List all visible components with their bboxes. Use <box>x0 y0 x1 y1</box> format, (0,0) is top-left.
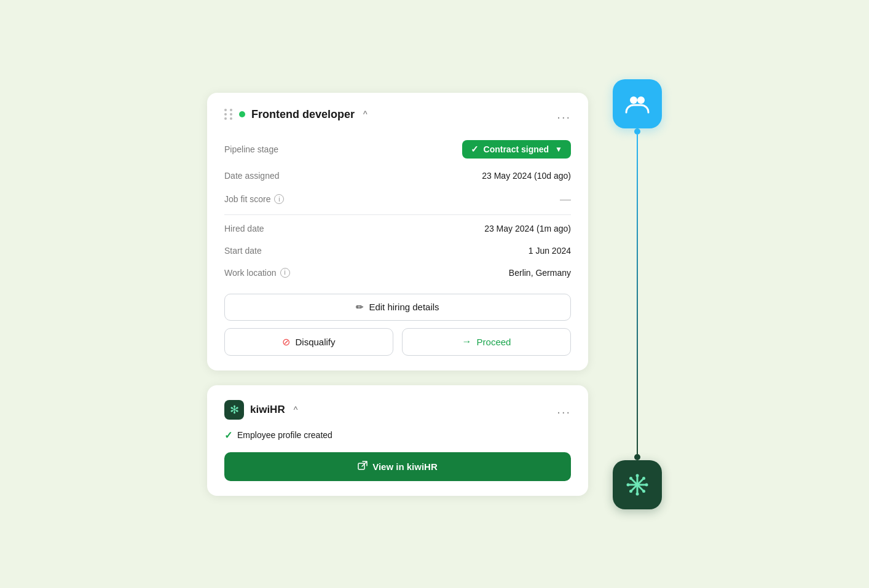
status-dot-active <box>239 111 245 117</box>
kiwi-check-icon: ✓ <box>224 429 232 441</box>
work-location-value: Berlin, Germany <box>509 268 571 278</box>
job-fit-info-icon[interactable]: i <box>274 194 284 204</box>
start-date-value: 1 Jun 2024 <box>529 246 571 256</box>
connector-section <box>613 79 662 509</box>
start-date-row: Start date 1 Jun 2024 <box>224 240 571 262</box>
job-fit-score-label: Job fit score i <box>224 194 284 204</box>
disqualify-icon: ⊘ <box>282 336 290 348</box>
kiwi-title: kiwiHR <box>250 404 285 416</box>
hired-date-label: Hired date <box>224 224 264 233</box>
edit-hiring-details-button[interactable]: ✏ Edit hiring details <box>224 294 571 321</box>
proceed-button[interactable]: → Proceed <box>402 328 571 356</box>
svg-point-14 <box>629 490 632 493</box>
proceed-button-label: Proceed <box>477 337 511 347</box>
drag-dot <box>230 109 232 111</box>
action-buttons-row: ⊘ Disqualify → Proceed <box>224 328 571 356</box>
kiwi-header-left: ✻ kiwiHR ^ <box>224 400 297 420</box>
disqualify-button-label: Disqualify <box>295 337 335 347</box>
frontend-developer-card: Frontend developer ^ ... Pipeline stage … <box>207 93 588 370</box>
top-app-icon <box>613 79 662 128</box>
work-location-info-icon[interactable]: i <box>280 268 290 278</box>
date-assigned-value: 23 May 2024 (10d ago) <box>482 171 571 181</box>
drag-dot <box>224 109 227 111</box>
kiwi-status-row: ✓ Employee profile created <box>224 429 571 441</box>
drag-dot <box>230 117 232 120</box>
start-date-label: Start date <box>224 246 262 256</box>
kiwi-logo-icon: ✻ <box>230 403 239 417</box>
svg-point-7 <box>636 474 639 477</box>
svg-point-12 <box>642 490 645 493</box>
job-fit-score-value: — <box>560 193 571 206</box>
card-header: Frontend developer ^ ... <box>224 108 571 122</box>
kiwi-logo: ✻ <box>224 400 244 420</box>
svg-point-8 <box>636 492 639 495</box>
date-assigned-row: Date assigned 23 May 2024 (10d ago) <box>224 165 571 187</box>
hired-date-value: 23 May 2024 (1m ago) <box>484 224 571 233</box>
kiwi-header: ✻ kiwiHR ^ ... <box>224 400 571 420</box>
job-fit-score-row: Job fit score i — <box>224 187 571 212</box>
edit-button-label: Edit hiring details <box>369 302 439 312</box>
svg-point-11 <box>629 477 632 480</box>
external-link-icon <box>358 461 368 472</box>
bottom-app-icon <box>613 460 662 509</box>
work-location-label: Work location i <box>224 268 290 278</box>
svg-point-10 <box>645 483 648 486</box>
badge-check-icon: ✓ <box>471 144 479 155</box>
work-location-row: Work location i Berlin, Germany <box>224 262 571 284</box>
svg-point-2 <box>637 96 645 104</box>
more-options-icon[interactable]: ... <box>557 108 571 122</box>
pipeline-stage-row: Pipeline stage ✓ Contract signed ▼ <box>224 134 571 165</box>
actions-section: ✏ Edit hiring details ⊘ Disqualify → Pro… <box>224 294 571 356</box>
svg-point-1 <box>630 96 637 104</box>
pipeline-badge[interactable]: ✓ Contract signed ▼ <box>462 140 571 159</box>
date-assigned-label: Date assigned <box>224 171 280 181</box>
chevron-up-icon[interactable]: ^ <box>363 109 368 119</box>
section-divider <box>224 214 571 215</box>
main-container: Frontend developer ^ ... Pipeline stage … <box>207 79 662 509</box>
svg-point-9 <box>627 483 630 486</box>
edit-icon: ✏ <box>356 302 364 313</box>
card-header-left: Frontend developer ^ <box>224 108 368 121</box>
svg-point-13 <box>642 477 645 480</box>
drag-dot <box>224 117 227 120</box>
cards-column: Frontend developer ^ ... Pipeline stage … <box>207 93 588 496</box>
kiwi-hr-card: ✻ kiwiHR ^ ... ✓ Employee profile create… <box>207 385 588 496</box>
connector-dot-top <box>634 128 640 135</box>
connector-line <box>637 135 638 454</box>
pipeline-badge-text: Contract signed <box>484 144 549 154</box>
view-kiwi-button-label: View in kiwiHR <box>372 461 438 472</box>
kiwi-more-options-icon[interactable]: ... <box>557 402 571 417</box>
kiwi-status-text: Employee profile created <box>237 430 332 440</box>
drag-dot <box>230 113 232 116</box>
proceed-arrow-icon: → <box>462 336 472 347</box>
drag-handle[interactable] <box>224 109 233 120</box>
badge-chevron-icon: ▼ <box>555 145 562 154</box>
hired-date-row: Hired date 23 May 2024 (1m ago) <box>224 218 571 240</box>
connector-dot-bottom <box>634 454 640 460</box>
drag-dot <box>224 113 227 116</box>
kiwi-chevron-icon[interactable]: ^ <box>294 405 298 415</box>
pipeline-stage-label: Pipeline stage <box>224 144 278 154</box>
disqualify-button[interactable]: ⊘ Disqualify <box>224 328 393 356</box>
card-title: Frontend developer <box>251 108 355 121</box>
view-in-kiwi-button[interactable]: View in kiwiHR <box>224 452 571 481</box>
